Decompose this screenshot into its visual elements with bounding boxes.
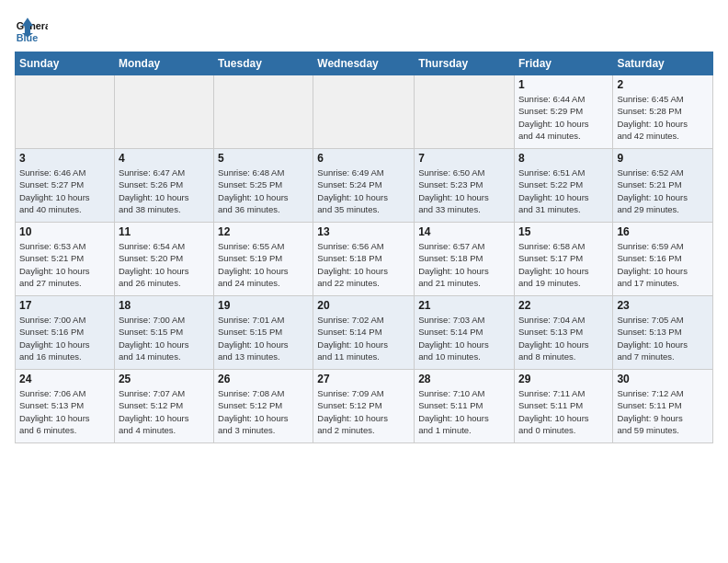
day-number: 8 bbox=[518, 152, 609, 165]
day-info: Sunrise: 6:45 AM Sunset: 5:28 PM Dayligh… bbox=[617, 93, 709, 142]
day-number: 12 bbox=[218, 225, 309, 238]
day-number: 20 bbox=[317, 299, 410, 312]
calendar-cell: 2Sunrise: 6:45 AM Sunset: 5:28 PM Daylig… bbox=[613, 75, 713, 149]
day-number: 25 bbox=[119, 373, 210, 385]
calendar-cell: 17Sunrise: 7:00 AM Sunset: 5:16 PM Dayli… bbox=[16, 296, 115, 370]
calendar-cell: 3Sunrise: 6:46 AM Sunset: 5:27 PM Daylig… bbox=[16, 149, 115, 223]
header: General Blue bbox=[15, 15, 713, 48]
logo: General Blue bbox=[15, 15, 51, 48]
day-number: 3 bbox=[19, 152, 110, 165]
weekday-header-tuesday: Tuesday bbox=[214, 52, 313, 75]
calendar-cell: 29Sunrise: 7:11 AM Sunset: 5:11 PM Dayli… bbox=[514, 370, 612, 443]
day-info: Sunrise: 6:44 AM Sunset: 5:29 PM Dayligh… bbox=[518, 93, 609, 142]
day-number: 26 bbox=[218, 373, 309, 385]
day-number: 9 bbox=[617, 152, 709, 165]
weekday-header-monday: Monday bbox=[114, 52, 213, 75]
calendar-cell: 1Sunrise: 6:44 AM Sunset: 5:29 PM Daylig… bbox=[514, 75, 612, 149]
day-number: 13 bbox=[317, 225, 410, 238]
day-number: 4 bbox=[119, 152, 210, 165]
calendar-cell: 10Sunrise: 6:53 AM Sunset: 5:21 PM Dayli… bbox=[16, 223, 115, 296]
day-info: Sunrise: 7:08 AM Sunset: 5:12 PM Dayligh… bbox=[218, 387, 309, 436]
day-info: Sunrise: 7:05 AM Sunset: 5:13 PM Dayligh… bbox=[617, 314, 709, 362]
calendar-cell: 28Sunrise: 7:10 AM Sunset: 5:11 PM Dayli… bbox=[415, 370, 515, 443]
day-number: 21 bbox=[418, 299, 510, 312]
day-info: Sunrise: 7:01 AM Sunset: 5:15 PM Dayligh… bbox=[218, 314, 309, 362]
calendar-cell bbox=[114, 75, 213, 149]
calendar-cell: 25Sunrise: 7:07 AM Sunset: 5:12 PM Dayli… bbox=[114, 370, 213, 443]
day-number: 7 bbox=[418, 152, 510, 165]
day-number: 22 bbox=[518, 299, 609, 312]
day-info: Sunrise: 6:47 AM Sunset: 5:26 PM Dayligh… bbox=[119, 167, 210, 215]
calendar-cell: 22Sunrise: 7:04 AM Sunset: 5:13 PM Dayli… bbox=[514, 296, 612, 370]
calendar-cell: 21Sunrise: 7:03 AM Sunset: 5:14 PM Dayli… bbox=[415, 296, 515, 370]
day-number: 28 bbox=[418, 373, 510, 385]
day-number: 6 bbox=[317, 152, 410, 165]
calendar-cell: 13Sunrise: 6:56 AM Sunset: 5:18 PM Dayli… bbox=[313, 223, 415, 296]
calendar-cell bbox=[313, 75, 415, 149]
day-info: Sunrise: 6:55 AM Sunset: 5:19 PM Dayligh… bbox=[218, 240, 309, 289]
calendar-cell: 11Sunrise: 6:54 AM Sunset: 5:20 PM Dayli… bbox=[114, 223, 213, 296]
day-number: 27 bbox=[317, 373, 410, 385]
day-info: Sunrise: 7:10 AM Sunset: 5:11 PM Dayligh… bbox=[418, 387, 510, 436]
day-info: Sunrise: 6:49 AM Sunset: 5:24 PM Dayligh… bbox=[317, 167, 410, 215]
calendar-cell: 20Sunrise: 7:02 AM Sunset: 5:14 PM Dayli… bbox=[313, 296, 415, 370]
calendar-cell bbox=[16, 75, 115, 149]
week-row-5: 24Sunrise: 7:06 AM Sunset: 5:13 PM Dayli… bbox=[16, 370, 713, 443]
calendar-cell: 18Sunrise: 7:00 AM Sunset: 5:15 PM Dayli… bbox=[114, 296, 213, 370]
day-number: 17 bbox=[19, 299, 110, 312]
day-info: Sunrise: 7:12 AM Sunset: 5:11 PM Dayligh… bbox=[617, 387, 709, 436]
day-info: Sunrise: 6:58 AM Sunset: 5:17 PM Dayligh… bbox=[518, 240, 609, 289]
day-info: Sunrise: 7:00 AM Sunset: 5:16 PM Dayligh… bbox=[19, 314, 110, 362]
calendar-cell: 7Sunrise: 6:50 AM Sunset: 5:23 PM Daylig… bbox=[415, 149, 515, 223]
day-info: Sunrise: 6:56 AM Sunset: 5:18 PM Dayligh… bbox=[317, 240, 410, 289]
day-info: Sunrise: 7:04 AM Sunset: 5:13 PM Dayligh… bbox=[518, 314, 609, 362]
day-number: 16 bbox=[617, 225, 709, 238]
logo-icon: General Blue bbox=[15, 15, 48, 48]
weekday-header-saturday: Saturday bbox=[613, 52, 713, 75]
calendar-cell: 12Sunrise: 6:55 AM Sunset: 5:19 PM Dayli… bbox=[214, 223, 313, 296]
day-info: Sunrise: 6:50 AM Sunset: 5:23 PM Dayligh… bbox=[418, 167, 510, 215]
calendar-cell: 27Sunrise: 7:09 AM Sunset: 5:12 PM Dayli… bbox=[313, 370, 415, 443]
calendar-cell: 5Sunrise: 6:48 AM Sunset: 5:25 PM Daylig… bbox=[214, 149, 313, 223]
calendar-cell: 30Sunrise: 7:12 AM Sunset: 5:11 PM Dayli… bbox=[613, 370, 713, 443]
day-number: 1 bbox=[518, 78, 609, 91]
day-info: Sunrise: 6:54 AM Sunset: 5:20 PM Dayligh… bbox=[119, 240, 210, 289]
day-info: Sunrise: 6:48 AM Sunset: 5:25 PM Dayligh… bbox=[218, 167, 309, 215]
day-info: Sunrise: 7:09 AM Sunset: 5:12 PM Dayligh… bbox=[317, 387, 410, 436]
day-number: 19 bbox=[218, 299, 309, 312]
weekday-header-row: SundayMondayTuesdayWednesdayThursdayFrid… bbox=[16, 52, 713, 75]
day-info: Sunrise: 6:53 AM Sunset: 5:21 PM Dayligh… bbox=[19, 240, 110, 289]
calendar-cell: 9Sunrise: 6:52 AM Sunset: 5:21 PM Daylig… bbox=[613, 149, 713, 223]
week-row-4: 17Sunrise: 7:00 AM Sunset: 5:16 PM Dayli… bbox=[16, 296, 713, 370]
day-number: 10 bbox=[19, 225, 110, 238]
day-number: 15 bbox=[518, 225, 609, 238]
calendar-cell bbox=[415, 75, 515, 149]
day-info: Sunrise: 7:11 AM Sunset: 5:11 PM Dayligh… bbox=[518, 387, 609, 436]
calendar-table: SundayMondayTuesdayWednesdayThursdayFrid… bbox=[15, 52, 713, 443]
day-number: 24 bbox=[19, 373, 110, 385]
day-info: Sunrise: 7:03 AM Sunset: 5:14 PM Dayligh… bbox=[418, 314, 510, 362]
weekday-header-wednesday: Wednesday bbox=[313, 52, 415, 75]
calendar-cell: 15Sunrise: 6:58 AM Sunset: 5:17 PM Dayli… bbox=[514, 223, 612, 296]
calendar-cell: 14Sunrise: 6:57 AM Sunset: 5:18 PM Dayli… bbox=[415, 223, 515, 296]
day-info: Sunrise: 6:57 AM Sunset: 5:18 PM Dayligh… bbox=[418, 240, 510, 289]
calendar-cell: 8Sunrise: 6:51 AM Sunset: 5:22 PM Daylig… bbox=[514, 149, 612, 223]
calendar-cell bbox=[214, 75, 313, 149]
day-number: 29 bbox=[518, 373, 609, 385]
week-row-1: 1Sunrise: 6:44 AM Sunset: 5:29 PM Daylig… bbox=[16, 75, 713, 149]
day-info: Sunrise: 6:59 AM Sunset: 5:16 PM Dayligh… bbox=[617, 240, 709, 289]
day-number: 30 bbox=[617, 373, 709, 385]
calendar-cell: 4Sunrise: 6:47 AM Sunset: 5:26 PM Daylig… bbox=[114, 149, 213, 223]
calendar-cell: 24Sunrise: 7:06 AM Sunset: 5:13 PM Dayli… bbox=[16, 370, 115, 443]
calendar-cell: 19Sunrise: 7:01 AM Sunset: 5:15 PM Dayli… bbox=[214, 296, 313, 370]
day-number: 14 bbox=[418, 225, 510, 238]
day-info: Sunrise: 7:07 AM Sunset: 5:12 PM Dayligh… bbox=[119, 387, 210, 436]
day-number: 2 bbox=[617, 78, 709, 91]
calendar-cell: 6Sunrise: 6:49 AM Sunset: 5:24 PM Daylig… bbox=[313, 149, 415, 223]
day-info: Sunrise: 7:02 AM Sunset: 5:14 PM Dayligh… bbox=[317, 314, 410, 362]
day-info: Sunrise: 6:46 AM Sunset: 5:27 PM Dayligh… bbox=[19, 167, 110, 215]
calendar-cell: 26Sunrise: 7:08 AM Sunset: 5:12 PM Dayli… bbox=[214, 370, 313, 443]
weekday-header-sunday: Sunday bbox=[16, 52, 115, 75]
calendar-body: 1Sunrise: 6:44 AM Sunset: 5:29 PM Daylig… bbox=[16, 75, 713, 443]
day-info: Sunrise: 6:51 AM Sunset: 5:22 PM Dayligh… bbox=[518, 167, 609, 215]
